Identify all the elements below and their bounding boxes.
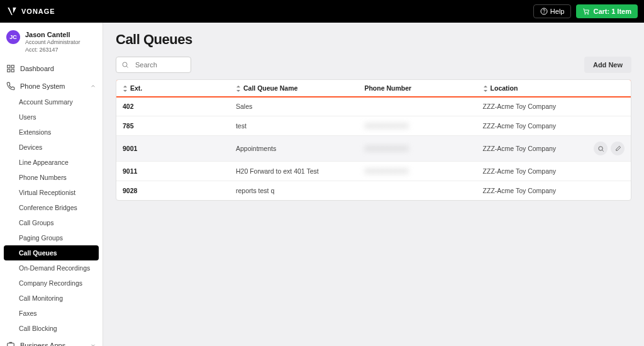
help-label: Help <box>550 8 565 15</box>
table-row[interactable]: 402SalesZZZ-Acme Toy Company <box>116 97 631 116</box>
sort-icon <box>123 86 128 92</box>
view-icon[interactable] <box>594 142 608 155</box>
svg-point-9 <box>123 62 127 67</box>
cell-ext: 9001 <box>116 136 230 162</box>
sidebar-item-paging-groups[interactable]: Paging Groups <box>0 230 103 245</box>
logo[interactable]: VONAGE <box>6 6 55 17</box>
nav: Dashboard Phone System Account SummaryUs… <box>0 60 103 346</box>
table-header-row: Ext. Call Queue Name Phone Number Locati… <box>116 80 631 97</box>
sidebar-item-account-summary[interactable]: Account Summary <box>0 94 103 109</box>
cart-icon <box>582 8 590 15</box>
user-name: Jason Cantell <box>25 30 80 39</box>
col-ext[interactable]: Ext. <box>116 80 230 97</box>
sidebar-item-faxes[interactable]: Faxes <box>0 306 103 321</box>
call-queues-table: Ext. Call Queue Name Phone Number Locati… <box>116 80 631 200</box>
svg-point-11 <box>598 147 602 150</box>
search-box <box>116 57 191 73</box>
cart-label: Cart: 1 Item <box>593 8 631 15</box>
nav-phone-system-label: Phone System <box>20 82 65 90</box>
cell-phone <box>358 97 476 116</box>
sidebar-item-on-demand-recordings[interactable]: On-Demand Recordings <box>0 260 103 276</box>
cell-phone: XXXXXXXXXX <box>358 116 476 136</box>
sort-icon <box>483 86 488 92</box>
sidebar-item-call-groups[interactable]: Call Groups <box>0 215 103 230</box>
table-row[interactable]: 9001AppointmentsXXXXXXXXXXZZZ-Acme Toy C… <box>116 136 631 162</box>
sidebar-item-company-recordings[interactable]: Company Recordings <box>0 276 103 291</box>
chevron-up-icon <box>90 83 96 89</box>
cell-name: reports test q <box>230 181 358 201</box>
cell-name: Appointments <box>230 136 358 162</box>
dashboard-icon <box>6 64 15 73</box>
cell-phone: XXXXXXXXXX <box>358 162 476 181</box>
add-new-button[interactable]: Add New <box>584 57 631 73</box>
nav-business-apps-label: Business Apps <box>20 342 65 346</box>
nav-phone-system[interactable]: Phone System <box>0 78 103 94</box>
svg-rect-5 <box>11 65 14 67</box>
avatar: JC <box>6 30 20 44</box>
cart-button[interactable]: Cart: 1 Item <box>576 4 638 18</box>
svg-point-3 <box>588 13 589 14</box>
table-row[interactable]: 785testXXXXXXXXXXZZZ-Acme Toy Company <box>116 116 631 136</box>
sidebar-item-devices[interactable]: Devices <box>0 140 103 155</box>
sort-icon <box>236 86 241 92</box>
apps-icon <box>6 341 15 346</box>
svg-rect-4 <box>8 65 10 67</box>
sidebar-item-virtual-receptionist[interactable]: Virtual Receptionist <box>0 185 103 200</box>
row-actions <box>594 142 625 155</box>
svg-rect-8 <box>8 343 14 346</box>
col-phone[interactable]: Phone Number <box>358 80 476 97</box>
nav-dashboard[interactable]: Dashboard <box>0 60 103 77</box>
cell-name: test <box>230 116 358 136</box>
topbar: VONAGE Help Cart: 1 Item <box>0 0 644 23</box>
user-info: Jason Cantell Account Administrator Acct… <box>25 30 80 54</box>
sidebar-item-extensions[interactable]: Extensions <box>0 125 103 140</box>
sidebar-item-users[interactable]: Users <box>0 109 103 125</box>
sidebar-item-conference-bridges[interactable]: Conference Bridges <box>0 200 103 215</box>
help-icon <box>540 8 548 15</box>
sidebar: JC Jason Cantell Account Administrator A… <box>0 23 103 346</box>
brand-text: VONAGE <box>21 8 55 15</box>
svg-line-10 <box>126 66 128 67</box>
cell-location: ZZZ-Acme Toy Company <box>477 97 631 116</box>
cell-location: ZZZ-Acme Toy Company <box>477 162 631 181</box>
sidebar-item-call-queues[interactable]: Call Queues <box>4 245 99 260</box>
phone-icon <box>6 82 15 91</box>
nav-dashboard-label: Dashboard <box>20 65 54 72</box>
svg-line-12 <box>602 150 603 151</box>
col-name[interactable]: Call Queue Name <box>230 80 358 97</box>
page-title: Call Queues <box>116 31 631 48</box>
svg-rect-7 <box>11 69 14 72</box>
user-role: Account Administrator <box>25 39 80 47</box>
svg-point-2 <box>585 13 586 14</box>
cell-phone: XXXXXXXXXX <box>358 136 476 162</box>
cell-ext: 9028 <box>116 181 230 201</box>
sidebar-item-line-appearance[interactable]: Line Appearance <box>0 155 103 170</box>
cell-ext: 785 <box>116 116 230 136</box>
edit-icon[interactable] <box>611 142 625 155</box>
cell-ext: 402 <box>116 97 230 116</box>
sidebar-item-call-blocking[interactable]: Call Blocking <box>0 321 103 336</box>
col-location[interactable]: Location <box>477 80 631 97</box>
cell-location: ZZZ-Acme Toy Company <box>477 181 631 201</box>
svg-rect-6 <box>8 69 10 72</box>
table-row[interactable]: 9011H20 Forward to ext 401 TestXXXXXXXXX… <box>116 162 631 181</box>
table-row[interactable]: 9028reports test qZZZ-Acme Toy Company <box>116 181 631 201</box>
svg-point-1 <box>544 13 545 13</box>
sidebar-item-phone-numbers[interactable]: Phone Numbers <box>0 170 103 185</box>
cell-location: ZZZ-Acme Toy Company <box>477 136 631 162</box>
cell-name: H20 Forward to ext 401 Test <box>230 162 358 181</box>
nav-business-apps[interactable]: Business Apps <box>0 337 103 346</box>
cell-ext: 9011 <box>116 162 230 181</box>
content: Call Queues Add New Ext. Call Queue Name… <box>103 23 644 346</box>
cell-location: ZZZ-Acme Toy Company <box>477 116 631 136</box>
sidebar-item-call-monitoring[interactable]: Call Monitoring <box>0 291 103 306</box>
user-block[interactable]: JC Jason Cantell Account Administrator A… <box>0 23 103 60</box>
table-body: 402SalesZZZ-Acme Toy Company785testXXXXX… <box>116 97 631 201</box>
vonage-logo-icon <box>6 6 18 17</box>
cell-name: Sales <box>230 97 358 116</box>
help-button[interactable]: Help <box>533 4 572 18</box>
table-wrap: Ext. Call Queue Name Phone Number Locati… <box>116 79 631 201</box>
cell-phone <box>358 181 476 201</box>
topbar-right: Help Cart: 1 Item <box>533 4 638 18</box>
user-acct: Acct: 263147 <box>25 47 80 54</box>
